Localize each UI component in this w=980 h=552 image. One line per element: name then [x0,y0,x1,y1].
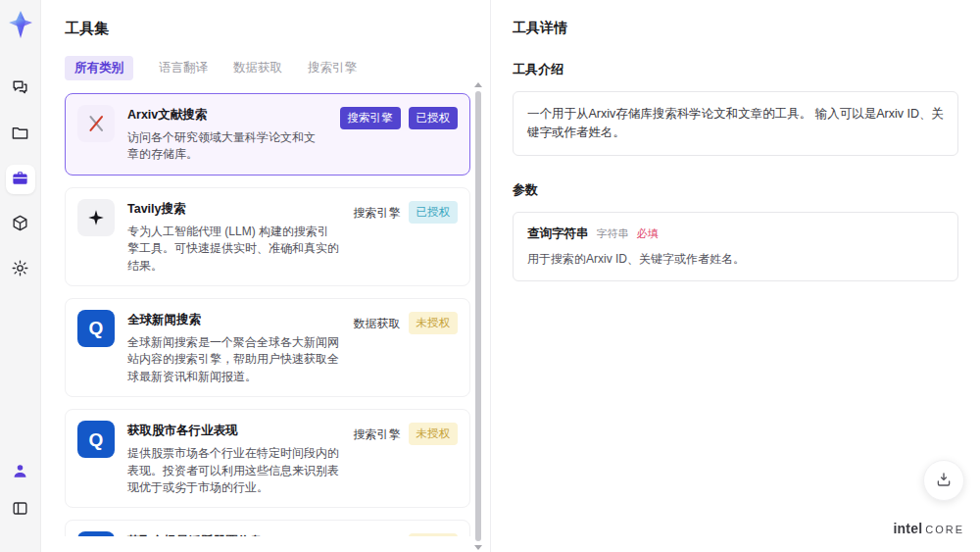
download-button[interactable] [923,460,964,501]
auth-status-badge: 未授权 [409,533,459,536]
app-window: 工具集 所有类别语言翻译数据获取搜索引擎 Arxiv文献搜索访问各个研究领域大量… [0,0,980,552]
tool-card[interactable]: Tavily搜索专为人工智能代理 (LLM) 构建的搜索引擎工具。可快速提供实时… [65,187,470,286]
news-search-icon: Q [77,421,115,458]
tool-name: Arxiv文献搜索 [127,107,327,124]
params-heading: 参数 [513,181,958,199]
cube-icon [11,214,29,235]
tool-name: 获取股市各行业表现 [127,423,341,439]
sidebar-item-files[interactable] [6,120,35,149]
tavily-star-icon [77,199,115,236]
tool-name: 获取市场最活跃股票信息 [127,533,341,536]
tool-badges: 搜索引擎未授权 [354,531,459,536]
tool-description: 全球新闻搜索是一个聚合全球各大新闻网站内容的搜索引擎，帮助用户快速获取全球最新资… [127,334,341,385]
category-badge: 数据获取 [354,312,401,336]
core-logo-text: CORE [925,524,964,535]
tool-text: Tavily搜索专为人工智能代理 (LLM) 构建的搜索引擎工具。可快速提供实时… [127,199,341,275]
tool-badges: 搜索引擎未授权 [354,421,459,496]
tool-text: 获取股市各行业表现提供股票市场各个行业在特定时间段内的表现。投资者可以利用这些信… [127,421,341,496]
auth-status-badge: 已授权 [409,201,459,224]
tool-name: Tavily搜索 [127,201,341,218]
sidebar-item-toolbox[interactable] [6,165,35,194]
download-icon [935,471,953,491]
intel-logo-text: intel [893,521,922,536]
gear-icon [11,259,29,280]
auth-status-badge: 未授权 [409,312,459,334]
tool-card[interactable]: Q获取市场最活跃股票信息提供当天交易量最高的股票列表。投资者可以利用这些信息来识… [65,520,470,536]
sidebar-item-collapse[interactable] [6,495,35,525]
detail-title: 工具详情 [513,20,958,37]
scroll-up-icon[interactable] [474,82,482,87]
tool-description: 访问各个研究领域大量科学论文和文章的存储库。 [127,129,327,164]
news-search-icon: Q [77,310,115,347]
sidebar-item-settings[interactable] [6,255,35,284]
param-list: 查询字符串字符串必填用于搜索的Arxiv ID、关键字或作者姓名。 [513,212,958,281]
tool-badges: 搜索引擎已授权 [340,105,459,164]
news-search-icon: Q [77,531,115,536]
sidebar-rail [0,0,41,552]
auth-status-badge: 已授权 [409,107,459,129]
user-avatar-icon [11,462,29,483]
page-title: 工具集 [65,20,490,38]
category-tabs: 所有类别语言翻译数据获取搜索引擎 [65,56,490,80]
sidebar-item-models[interactable] [6,210,35,239]
sidebar-item-account[interactable] [6,458,35,487]
param-head: 查询字符串字符串必填 [527,226,944,242]
tool-intro-text: 一个用于从Arxiv存储库搜索科学论文和文章的工具。 输入可以是Arxiv ID… [527,107,944,139]
category-badge: 搜索引擎 [354,423,401,447]
sidebar-item-chat[interactable] [6,75,35,104]
tool-card[interactable]: Arxiv文献搜索访问各个研究领域大量科学论文和文章的存储库。搜索引擎已授权 [65,93,470,176]
param-type: 字符串 [597,226,629,241]
tool-text: 获取市场最活跃股票信息提供当天交易量最高的股票列表。投资者可以利用这些信息来识别… [127,531,341,536]
chat-icon [11,78,29,100]
tool-name: 全球新闻搜索 [127,312,341,328]
category-badge: 搜索引擎 [354,201,401,226]
tool-card[interactable]: Q全球新闻搜索全球新闻搜索是一个聚合全球各大新闻网站内容的搜索引擎，帮助用户快速… [65,298,470,397]
tool-badges: 数据获取未授权 [354,310,459,385]
list-scrollbar[interactable] [474,82,482,550]
param-required-flag: 必填 [637,226,659,241]
toolbox-icon [11,169,29,190]
intel-core-logo: intel CORE [893,521,964,536]
scroll-down-icon[interactable] [474,545,482,550]
arxiv-logo-icon [77,105,115,142]
tool-text: 全球新闻搜索全球新闻搜索是一个聚合全球各大新闻网站内容的搜索引擎，帮助用户快速获… [127,310,341,385]
tab-3[interactable]: 数据获取 [233,56,282,80]
tab-1[interactable]: 所有类别 [65,56,133,80]
tool-detail-pane: 工具详情 工具介绍 一个用于从Arxiv存储库搜索科学论文和文章的工具。 输入可… [490,0,980,552]
tool-text: Arxiv文献搜索访问各个研究领域大量科学论文和文章的存储库。 [127,105,327,164]
tool-list: Arxiv文献搜索访问各个研究领域大量科学论文和文章的存储库。搜索引擎已授权Ta… [65,93,470,536]
tab-2[interactable]: 语言翻译 [159,56,208,80]
app-logo-icon [7,10,34,39]
param-item: 查询字符串字符串必填用于搜索的Arxiv ID、关键字或作者姓名。 [527,226,944,268]
tool-description: 提供股票市场各个行业在特定时间段内的表现。投资者可以利用这些信息来识别表现优于或… [127,445,341,496]
param-description: 用于搜索的Arxiv ID、关键字或作者姓名。 [527,251,944,268]
param-name: 查询字符串 [527,226,589,242]
tool-card[interactable]: Q获取股市各行业表现提供股票市场各个行业在特定时间段内的表现。投资者可以利用这些… [65,409,470,508]
tool-list-pane: 工具集 所有类别语言翻译数据获取搜索引擎 Arxiv文献搜索访问各个研究领域大量… [41,0,490,552]
panel-toggle-icon [11,499,29,521]
tool-badges: 搜索引擎已授权 [354,199,459,275]
category-badge: 搜索引擎 [354,533,401,536]
category-badge: 搜索引擎 [340,107,401,129]
scrollbar-thumb[interactable] [475,91,481,541]
folder-icon [11,124,29,145]
auth-status-badge: 未授权 [409,423,459,445]
tab-4[interactable]: 搜索引擎 [308,56,357,80]
intro-heading: 工具介绍 [513,61,958,78]
tool-intro-box: 一个用于从Arxiv存储库搜索科学论文和文章的工具。 输入可以是Arxiv ID… [513,91,958,156]
tool-description: 专为人工智能代理 (LLM) 构建的搜索引擎工具。可快速提供实时、准确和真实的结… [127,224,341,275]
